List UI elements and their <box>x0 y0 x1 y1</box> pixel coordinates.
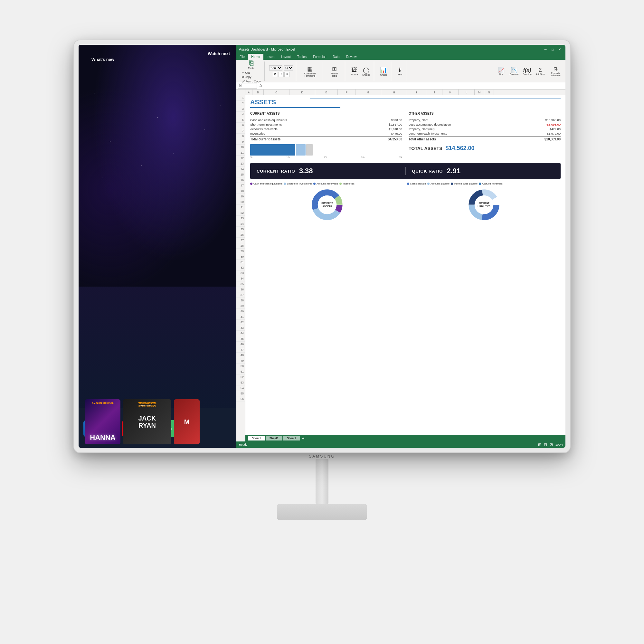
col-k[interactable]: K <box>442 90 459 95</box>
col-m[interactable]: M <box>475 90 484 95</box>
jackryan-title: JACKRYAN <box>138 415 156 429</box>
total-other-assets-label: Total other assets <box>409 137 436 141</box>
col-e[interactable]: E <box>315 90 338 95</box>
quick-ratio-value: 2.91 <box>447 167 460 175</box>
long-term-cash-value: $1,972.00 <box>538 132 561 135</box>
col-b[interactable]: B <box>252 90 264 95</box>
line-label: Line <box>499 73 503 75</box>
col-j[interactable]: J <box>426 90 442 95</box>
col-i[interactable]: I <box>407 90 426 95</box>
conditional-formatting-button[interactable]: ▦ Conditional Formatting <box>301 65 319 78</box>
sheet-tab-1[interactable]: Sheet1 <box>248 436 265 440</box>
normal-view-button[interactable]: ⊞ <box>538 442 541 447</box>
row-7: 7 <box>236 128 245 134</box>
tab-review[interactable]: Review <box>343 54 360 60</box>
col-n[interactable]: N <box>484 90 494 95</box>
current-liabilities-chart: Loans payable Accounts payable <box>407 182 561 223</box>
col-h[interactable]: H <box>381 90 407 95</box>
tv-show-partial[interactable]: M <box>174 399 200 444</box>
autosum-label: AutoSum <box>535 73 545 75</box>
page-layout-button[interactable]: ⊟ <box>544 442 547 447</box>
copy-button[interactable]: ⧉ Copy <box>241 75 262 79</box>
line-button[interactable]: 📈 Line <box>496 66 507 76</box>
row-10: 10 <box>236 145 245 150</box>
page-break-button[interactable]: ⊠ <box>550 442 553 447</box>
sheet-tab-2[interactable]: Sheet1 <box>266 436 283 440</box>
maximize-button[interactable]: □ <box>549 47 556 52</box>
current-assets-donut-svg: CURRENT ASSETS <box>309 187 345 223</box>
excel-grid-area: A B C D E F G H I J K L M <box>236 90 565 441</box>
monitor-stand-base <box>277 504 367 520</box>
bold-button[interactable]: B <box>273 72 278 77</box>
row-33: 33 <box>236 270 245 276</box>
sheet-tab-3[interactable]: Sheet1 <box>283 436 300 440</box>
property-plant-label: Property, plant <box>409 118 428 122</box>
close-button[interactable]: ✕ <box>556 47 563 52</box>
bar-label-20k: 20k <box>361 156 365 158</box>
outcome-button[interactable]: 📉 Outcome <box>508 66 520 76</box>
col-d[interactable]: D <box>289 90 315 95</box>
format-table-button[interactable]: ⊞ Format Table <box>327 65 342 78</box>
row-17: 17 <box>236 183 245 188</box>
tab-layout[interactable]: Layout <box>278 54 294 60</box>
picture-button[interactable]: 🖼 Picture <box>350 66 359 77</box>
row-4: 4 <box>236 112 245 117</box>
add-sheet-button[interactable]: + <box>302 436 305 441</box>
tab-data[interactable]: Data <box>330 54 343 60</box>
excel-title: Assets Dashboard - Microsoft Excel <box>239 47 295 51</box>
cash-row: Cash and cash equivalents $373.00 <box>250 118 402 122</box>
row-54: 54 <box>236 385 245 391</box>
expend-contraction-button[interactable]: ⇅ Expend / contraction <box>547 65 563 77</box>
italic-button[interactable]: I <box>279 72 284 77</box>
col-l[interactable]: L <box>459 90 475 95</box>
monitor: What's new Watch next HANNA <box>64 40 580 604</box>
quick-ratio-label: QUICK RATIO <box>412 169 443 174</box>
legend-short-term-text: Short-term Investments <box>287 182 312 185</box>
font-name-select[interactable]: Arial <box>269 65 282 71</box>
cell-reference[interactable]: N <box>238 83 257 89</box>
total-assets-label: TOTAL ASSETS <box>409 146 442 151</box>
paste-label: Paste <box>248 67 254 70</box>
row-53: 53 <box>236 380 245 385</box>
col-a[interactable]: A <box>245 90 252 95</box>
col-g[interactable]: G <box>355 90 381 95</box>
total-current-assets-label: Total current assets <box>250 137 280 141</box>
less-accumulated-row: Less accumulated depreciation -$3,098.00 <box>409 123 561 126</box>
total-other-assets-value: $10,309.00 <box>538 137 561 141</box>
current-liabilities-donut-container: CURRENT LIABILITIES <box>407 187 561 223</box>
formula-input[interactable] <box>265 84 564 88</box>
col-f[interactable]: F <box>338 90 355 95</box>
cut-button[interactable]: ✂ Cut <box>241 71 262 75</box>
row-36: 36 <box>236 287 245 292</box>
row-30: 30 <box>236 254 245 260</box>
col-c[interactable]: C <box>264 90 289 95</box>
legend-accounts-payable: Accounts payable <box>427 182 450 185</box>
legend-inventories: Inventories <box>339 182 355 185</box>
tab-insert[interactable]: Insert <box>263 54 278 60</box>
underline-button[interactable]: U <box>284 72 289 77</box>
assets-title: ASSETS <box>250 99 340 108</box>
charts-button[interactable]: 📊 Charts <box>379 66 388 77</box>
tab-tables[interactable]: Tables <box>294 54 310 60</box>
tv-show-jackryan[interactable]: AMAZON ORIGINAL TOM CLANCY'S JACKRYAN <box>123 399 171 444</box>
minimize-button[interactable]: ─ <box>542 47 549 52</box>
autosum-button[interactable]: Σ AutoSum <box>534 66 546 76</box>
jackryan-subtitle: TOM CLANCY'S <box>123 404 171 407</box>
function-button[interactable]: f(x) Function <box>521 66 533 76</box>
row-40: 40 <box>236 309 245 314</box>
picture-icon: 🖼 <box>351 67 357 73</box>
bar-label-5k: 5k <box>250 156 252 158</box>
font-size-select[interactable]: 11 <box>284 65 293 71</box>
tab-file[interactable]: File <box>236 54 248 60</box>
heat-button[interactable]: 🌡 Heat <box>396 66 404 76</box>
paste-button[interactable]: ⎘ Paste <box>247 59 256 70</box>
shapes-button[interactable]: ◯ Shapes <box>361 66 371 77</box>
current-assets-donut-container: CURRENT ASSETS <box>250 187 404 223</box>
spreadsheet-cells[interactable]: ASSETS CURRENT ASSETS Cash <box>245 95 565 441</box>
inventories-row: Inventories $445.00 <box>250 132 402 135</box>
shapes-label: Shapes <box>362 74 370 76</box>
legend-accounts-dot <box>313 183 316 185</box>
row-3: 3 <box>236 106 245 112</box>
tab-formulas[interactable]: Formulas <box>310 54 330 60</box>
tv-show-hanna[interactable]: HANNA <box>85 399 120 444</box>
